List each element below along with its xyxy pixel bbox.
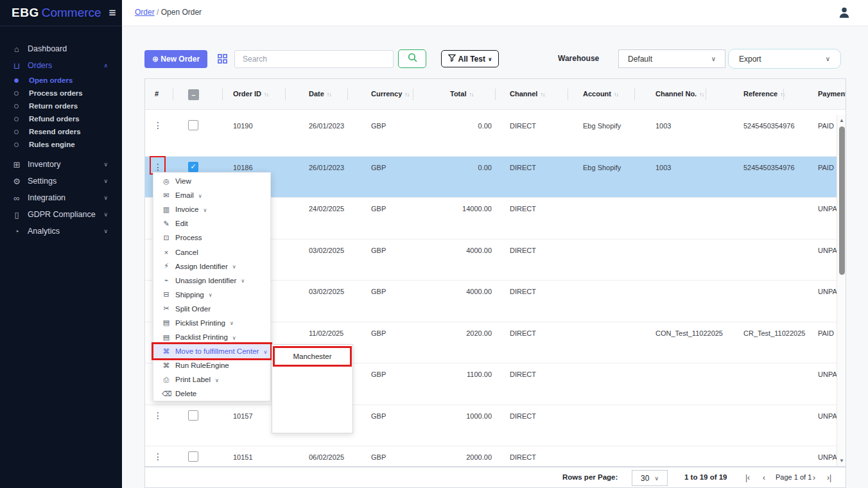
first-page-icon[interactable]: |‹: [745, 473, 750, 482]
user-avatar-icon[interactable]: [837, 6, 851, 22]
context-menu-item[interactable]: × Cancel ∨: [153, 245, 270, 259]
row-checkbox[interactable]: [188, 162, 198, 172]
pagination-bar: Rows per Page: 30 ∨ 1 to 19 of 19 |‹ ‹ P…: [144, 467, 846, 488]
export-select[interactable]: Export ∨: [728, 49, 841, 69]
page-indicator: Page 1 of 1: [776, 473, 812, 481]
sidebar-nav: ⌂ Dashboard ⊔ Orders ∧ Open orders Proce…: [0, 26, 122, 240]
app-screen: Order / Open Order EBG Commerce ≡ ⌂ Dash…: [0, 0, 868, 488]
sidebar-item-analytics[interactable]: ◔ Analytics ∨: [0, 223, 122, 240]
divider: [413, 89, 413, 100]
cell-date: 26/01/2023: [309, 122, 344, 130]
sidebar-subitem[interactable]: Rules engine: [0, 138, 122, 151]
cell-date: 24/02/2025: [309, 205, 344, 213]
column-header-channel-no[interactable]: Channel No.↑↓: [655, 90, 704, 98]
context-menu-item[interactable]: ⚡ Assign Identifier ∨: [153, 259, 270, 274]
tablet-icon: ▯: [12, 210, 22, 220]
column-header-reference[interactable]: Reference↑↓: [743, 90, 785, 98]
context-menu-item[interactable]: ⌫ Delete ∨: [153, 387, 270, 401]
context-menu-item[interactable]: ▥ Invoice ∨: [153, 202, 270, 216]
cell-total: 4000.00: [428, 247, 492, 254]
next-page-icon[interactable]: ›: [813, 473, 815, 482]
previous-page-icon[interactable]: ‹: [763, 473, 765, 482]
column-header-total[interactable]: Total↑↓: [450, 90, 473, 98]
column-header-date[interactable]: Date↑↓: [309, 90, 331, 98]
column-header-payment[interactable]: Payment↑↓: [818, 90, 846, 98]
new-order-button[interactable]: ⊕ New Order: [144, 50, 207, 68]
row-actions-kebab-icon[interactable]: ⋮: [152, 120, 164, 130]
scroll-down-icon[interactable]: ▼: [837, 458, 846, 464]
context-menu-item[interactable]: ⌁ Unassign Identifier ∨: [153, 274, 270, 288]
chevron-down-icon: ∨: [488, 57, 492, 62]
chevron-down-icon: ∨: [241, 278, 245, 284]
warehouse-select[interactable]: Default ∨: [618, 49, 725, 68]
context-menu-item[interactable]: ⊟ Shipping ∨: [153, 288, 270, 302]
row-actions-kebab-icon[interactable]: ⋮: [152, 410, 164, 421]
scroll-up-icon[interactable]: ▲: [837, 118, 846, 123]
column-header-index: #: [155, 90, 159, 98]
context-menu-item[interactable]: ⌘ Run RuleEngine ∨: [153, 358, 270, 372]
bullet-icon: [14, 78, 19, 83]
picklist-icon: ▤: [162, 318, 171, 327]
sidebar-item-settings[interactable]: ⚙ Settings ∨: [0, 173, 122, 189]
context-menu-item[interactable]: ◎ View ∨: [153, 174, 270, 188]
sidebar-subitem[interactable]: Resend orders: [0, 125, 122, 138]
context-menu-item[interactable]: ⊡ Process ∨: [153, 231, 270, 245]
sidebar-subitem[interactable]: Refund orders: [0, 112, 122, 125]
table-row[interactable]: ⋮ 10151 06/02/2025 GBP 2000.00 DIRECT UN…: [145, 446, 837, 467]
sidebar-subitem[interactable]: Open orders: [0, 74, 122, 87]
cell-channel-no: 1003: [655, 164, 671, 171]
column-header-account[interactable]: Account↑↓: [583, 90, 618, 98]
process-icon: ⊡: [162, 234, 171, 242]
divider: [634, 89, 635, 100]
rows-per-page-select[interactable]: 30 ∨: [632, 470, 668, 486]
row-checkbox[interactable]: [188, 410, 198, 421]
cell-total: 4000.00: [428, 288, 492, 295]
context-menu-item[interactable]: ⌘ Move to fulfillment Center ∨: [153, 344, 270, 358]
sidebar-subitem[interactable]: Process orders: [0, 87, 122, 100]
context-menu-item[interactable]: ✉ Email ∨: [153, 188, 270, 202]
plus-circle-icon: ⊕: [152, 55, 159, 64]
grid-view-icon[interactable]: [218, 54, 227, 66]
cell-order-id: 10151: [233, 453, 253, 461]
sort-icon: ↑↓: [327, 91, 331, 98]
context-menu-item[interactable]: ⎙ Print Label ∨: [153, 372, 270, 387]
search-input[interactable]: [234, 50, 394, 68]
vertical-scrollbar[interactable]: ▲ ▼: [837, 115, 846, 466]
hamburger-menu-icon[interactable]: ≡: [109, 6, 116, 20]
top-bar: Order / Open Order: [122, 0, 868, 26]
chevron-down-icon: ∨: [209, 292, 213, 298]
print-label-icon: ⎙: [162, 376, 171, 384]
sidebar-item-dashboard[interactable]: ⌂ Dashboard: [0, 40, 122, 57]
cell-payment: PAID: [818, 329, 834, 337]
filter-all-test-button[interactable]: All Test ∨: [441, 50, 499, 67]
submenu-item-manchester[interactable]: Manchester: [275, 348, 350, 365]
context-menu-item[interactable]: ✂ Split Order ∨: [153, 302, 270, 316]
table-header-row: # Order ID↑↓ Date↑↓ Currency↑↓ Total↑↓ C…: [145, 79, 846, 110]
sidebar: EBG Commerce ≡ ⌂ Dashboard ⊔ Orders ∧ Op…: [0, 0, 122, 488]
cell-account: Ebg Shopify: [583, 122, 621, 130]
row-checkbox[interactable]: [188, 120, 198, 130]
column-header-order-id[interactable]: Order ID↑↓: [233, 90, 268, 98]
edit-icon: ✎: [162, 220, 171, 228]
scrollbar-thumb[interactable]: [839, 126, 845, 275]
sidebar-item-integration[interactable]: ∞ Integration ∨: [0, 189, 122, 206]
table-row[interactable]: ⋮ 10157 GBP 1000.00 DIRECT UNPAID: [145, 405, 837, 447]
context-menu-item[interactable]: ✎ Edit ∨: [153, 216, 270, 231]
sidebar-item-orders[interactable]: ⊔ Orders ∧: [0, 57, 122, 74]
row-actions-kebab-icon[interactable]: ⋮: [152, 451, 164, 462]
sidebar-subitem[interactable]: Return orders: [0, 100, 122, 112]
pie-chart-icon: ◔: [12, 227, 22, 236]
sort-icon: ↑↓: [780, 91, 785, 98]
context-menu-item[interactable]: ▤ Picklist Printing ∨: [153, 316, 270, 330]
select-all-checkbox[interactable]: [188, 89, 199, 100]
last-page-icon[interactable]: ›|: [827, 473, 831, 482]
column-header-currency[interactable]: Currency↑↓: [371, 90, 409, 98]
breadcrumb-order-link[interactable]: Order: [135, 8, 155, 17]
context-menu-item[interactable]: ▤ Packlist Printing ∨: [153, 330, 270, 344]
column-header-channel[interactable]: Channel↑↓: [510, 90, 544, 98]
search-button[interactable]: [398, 49, 426, 68]
sidebar-item-inventory[interactable]: ⊞ Inventory ∨: [0, 156, 122, 173]
row-checkbox[interactable]: [188, 451, 198, 462]
sidebar-item-gdpr-compliance[interactable]: ▯ GDPR Compliance ∨: [0, 206, 122, 223]
table-row[interactable]: ⋮ 10190 26/01/2023 GBP 0.00 DIRECT Ebg S…: [145, 115, 837, 157]
